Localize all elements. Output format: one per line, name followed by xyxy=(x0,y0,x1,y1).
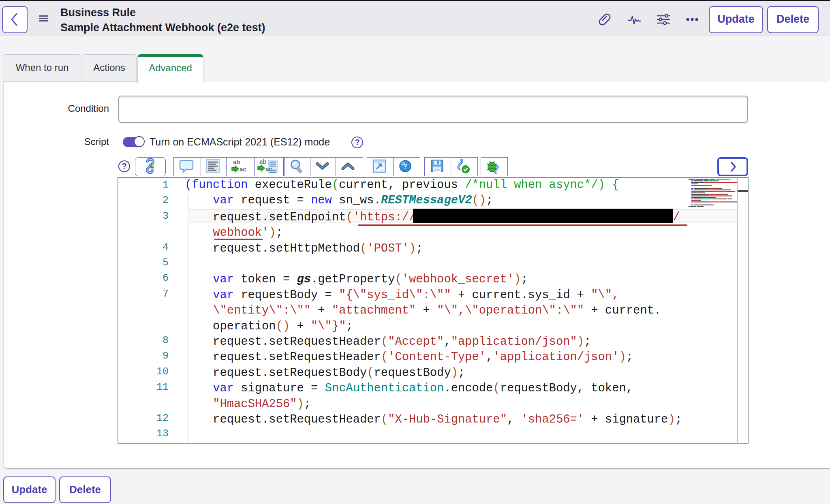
svg-text:?: ? xyxy=(403,162,407,170)
svg-text:ac: ac xyxy=(265,165,272,172)
svg-text:ac: ac xyxy=(240,166,246,173)
svg-text:ab: ab xyxy=(233,158,240,165)
svg-text:ab: ab xyxy=(259,158,267,165)
